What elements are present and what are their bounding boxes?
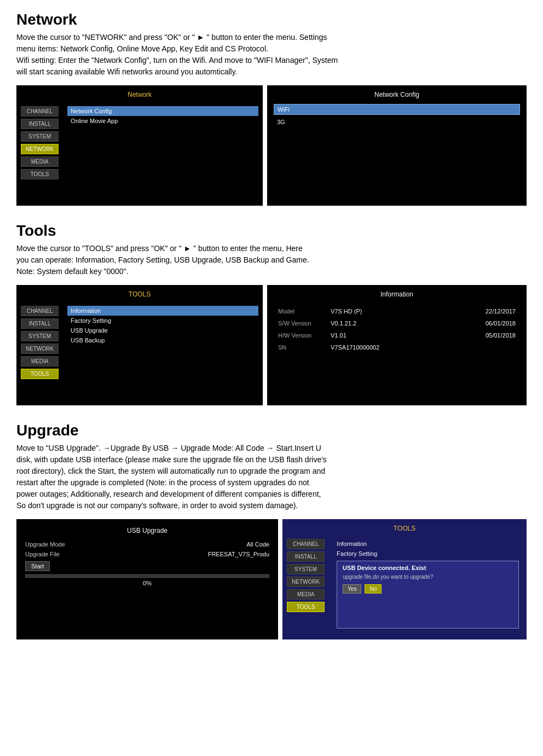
menu-channel[interactable]: CHANNEL [21,106,59,117]
network-menu-sidebar: CHANNEL INSTALL SYSTEM NETWORK MEDIA TOO… [16,103,63,206]
tools-right-screen: Information Model V7S HD (P) 22/12/2017 … [267,285,527,405]
info-sw-row: S/W Version V0.1.21.2 06/01/2018 [278,320,516,327]
menu-install[interactable]: INSTALL [21,119,59,129]
network-screens: Network CHANNEL INSTALL SYSTEM NETWORK M… [16,85,527,206]
tools-menu-network[interactable]: NETWORK [21,344,59,354]
tools-left-title: TOOLS [129,290,151,298]
upgrade-panel-factory[interactable]: Factory Setting [333,549,522,559]
panel-usb-upgrade[interactable]: USB Upgrade [67,325,258,335]
upgrade-menu-system[interactable]: SYSTEM [287,564,325,574]
upgrade-menu-network[interactable]: NETWORK [287,577,325,587]
hw-date: 05/01/2018 [486,332,516,339]
dialog-buttons: Yes No [343,584,513,594]
sn-value: V7SA1710000002 [331,344,507,351]
upgrade-menu-install[interactable]: INSTALL [287,551,325,562]
menu-system[interactable]: SYSTEM [21,131,59,142]
upgrade-right-content: CHANNEL INSTALL SYSTEM NETWORK MEDIA TOO… [282,536,527,634]
dialog-text: upgrade file,do you want to upgrade? [343,573,513,581]
upgrade-file-value: FREESAT_V7S_Produ [208,551,269,557]
menu-network[interactable]: NETWORK [21,144,59,154]
upgrade-mode-row: Upgrade Mode All Code [25,541,269,548]
tools-menu-sidebar: CHANNEL INSTALL SYSTEM NETWORK MEDIA TOO… [16,303,63,405]
network-panel: Network Config Online Movie App [63,103,263,206]
tools-title: Tools [16,222,527,240]
dialog-yes-button[interactable]: Yes [343,584,361,594]
tools-menu-channel[interactable]: CHANNEL [21,306,59,316]
tools-left-content: CHANNEL INSTALL SYSTEM NETWORK MEDIA TOO… [16,303,263,405]
sn-label: SN [278,344,322,351]
start-button[interactable]: Start [25,561,50,571]
tools-section: Tools Move the cursor to "TOOLS" and pre… [16,222,527,405]
wifi-item[interactable]: WiFi [274,104,520,115]
network-right-screen: Network Config WiFi 3G [267,85,527,206]
dialog-title: USB Device connected. Exist [343,565,513,571]
upgrade-title: Upgrade [16,422,527,439]
model-label: Model [278,308,322,315]
upgrade-screens: USB Upgrade Upgrade Mode All Code Upgrad… [16,519,527,639]
upgrade-section: Upgrade Move to "USB Upgrade". →Upgrade … [16,422,527,639]
tools-menu-media[interactable]: MEDIA [21,356,59,367]
panel-information[interactable]: Information [67,306,258,316]
sw-label: S/W Version [278,320,322,327]
tools-desc: Move the cursor to "TOOLS" and press "OK… [16,243,527,277]
upgrade-left-screen: USB Upgrade Upgrade Mode All Code Upgrad… [16,519,278,639]
menu-tools[interactable]: TOOLS [21,169,59,179]
panel-factory-setting[interactable]: Factory Setting [67,316,258,325]
tools-menu-tools[interactable]: TOOLS [21,369,59,379]
menu-media[interactable]: MEDIA [21,156,59,167]
upgrade-right-title: TOOLS [282,525,527,532]
upgrade-mode-value: All Code [246,541,269,548]
hw-value: V1.01 [331,332,477,339]
upgrade-right-screen: TOOLS CHANNEL INSTALL SYSTEM NETWORK MED… [282,519,527,639]
info-table: Model V7S HD (P) 22/12/2017 S/W Version … [274,304,520,360]
upgrade-file-row: Upgrade File FREESAT_V7S_Produ [25,551,269,557]
network-left-content: CHANNEL INSTALL SYSTEM NETWORK MEDIA TOO… [16,103,263,206]
info-sn-row: SN V7SA1710000002 [278,344,516,351]
network-section: Network Move the cursor to "NETWORK" and… [16,11,527,206]
upgrade-desc: Move to "USB Upgrade". →Upgrade By USB →… [16,443,527,511]
info-hw-row: H/W Version V1.01 05/01/2018 [278,332,516,339]
upgrade-left-title: USB Upgrade [25,527,269,534]
upgrade-menu-sidebar: CHANNEL INSTALL SYSTEM NETWORK MEDIA TOO… [282,536,329,634]
tools-screens: TOOLS CHANNEL INSTALL SYSTEM NETWORK MED… [16,285,527,405]
tools-menu-install[interactable]: INSTALL [21,318,59,329]
sw-value: V0.1.21.2 [331,320,477,327]
hw-label: H/W Version [278,332,322,339]
network-left-screen: Network CHANNEL INSTALL SYSTEM NETWORK M… [16,85,263,206]
progress-bar [25,574,269,578]
network-desc: Move the cursor to "NETWORK" and press "… [16,32,527,78]
upgrade-dialog: USB Device connected. Exist upgrade file… [337,561,519,629]
upgrade-mode-label: Upgrade Mode [25,541,65,548]
tools-left-screen: TOOLS CHANNEL INSTALL SYSTEM NETWORK MED… [16,285,263,405]
model-date: 22/12/2017 [486,308,516,315]
upgrade-panel-info[interactable]: Information [333,539,522,549]
tools-menu-system[interactable]: SYSTEM [21,331,59,341]
network-right-title: Network Config [274,91,520,98]
panel-online-movie[interactable]: Online Movie App [67,116,258,126]
upgrade-menu-media[interactable]: MEDIA [287,589,325,600]
dialog-no-button[interactable]: No [365,584,382,594]
upgrade-tools-panel: Information Factory Setting USB Device c… [329,536,527,634]
network-left-title: Network [128,91,152,98]
tools-panel: Information Factory Setting USB Upgrade … [63,303,263,405]
progress-percent: 0% [25,580,269,586]
info-model-row: Model V7S HD (P) 22/12/2017 [278,308,516,315]
upgrade-menu-tools[interactable]: TOOLS [287,602,325,612]
model-value: V7S HD (P) [331,308,477,315]
tools-right-title: Information [274,290,520,298]
panel-usb-backup[interactable]: USB Backup [67,335,258,345]
3g-item[interactable]: 3G [274,117,520,127]
upgrade-file-label: Upgrade File [25,551,60,557]
network-title: Network [16,11,527,28]
panel-network-config[interactable]: Network Config [67,106,258,116]
upgrade-menu-channel[interactable]: CHANNEL [287,539,325,549]
sw-date: 06/01/2018 [486,320,516,327]
